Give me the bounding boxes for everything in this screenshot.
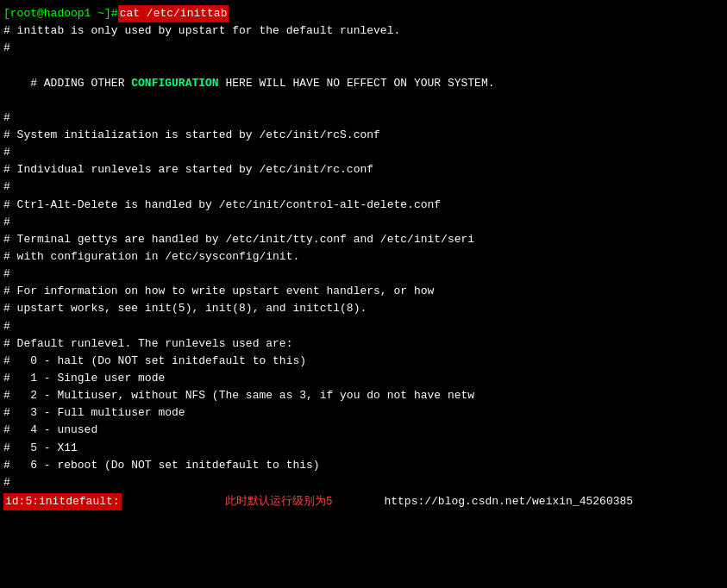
line-9: # Ctrl-Alt-Delete is handled by /etc/ini… <box>0 197 727 214</box>
line-13: # <box>0 266 727 283</box>
line-15: # upstart works, see init(5), init(8), a… <box>0 300 727 317</box>
line-16: # <box>0 318 727 335</box>
line-14: # For information on how to write upstar… <box>0 283 727 300</box>
line-3-prefix: # ADDING OTHER <box>30 77 131 90</box>
line-12: # with configuration in /etc/sysconfig/i… <box>0 248 727 266</box>
line-17: # Default runlevel. The runlevels used a… <box>0 335 727 353</box>
bottom-bar: id:5:initdefault: 此时默认运行级别为5 https://blo… <box>0 493 727 510</box>
prompt-line: [root@hadoop1 ~]# cat /etc/inittab <box>0 5 727 22</box>
line-22: # 4 - unused <box>0 422 727 439</box>
line-8: # <box>0 178 727 196</box>
terminal-window: [root@hadoop1 ~]# cat /etc/inittab # ini… <box>0 0 727 588</box>
line-3: # ADDING OTHER CONFIGURATION HERE WILL H… <box>0 57 727 109</box>
line-5: # System initialization is started by /e… <box>0 127 727 144</box>
chinese-note: 此时默认运行级别为5 <box>225 493 333 510</box>
line-7: # Individual runlevels are started by /e… <box>0 161 727 178</box>
url-note: https://blog.csdn.net/weixin_45260385 <box>384 493 633 510</box>
line-11: # Terminal gettys are handled by /etc/in… <box>0 231 727 248</box>
line-23: # 5 - X11 <box>0 440 727 457</box>
line-21: # 3 - Full multiuser mode <box>0 404 727 422</box>
config-highlight: CONFIGURATION <box>131 77 218 90</box>
init-label: id:5:initdefault: <box>3 493 122 510</box>
line-25: # <box>0 474 727 491</box>
prompt-command: cat /etc/inittab <box>118 5 229 22</box>
line-1: # inittab is only used by upstart for th… <box>0 22 727 40</box>
line-4: # <box>0 109 727 127</box>
line-18: # 0 - halt (Do NOT set initdefault to th… <box>0 353 727 370</box>
line-2: # <box>0 40 727 57</box>
line-24: # 6 - reboot (Do NOT set initdefault to … <box>0 457 727 474</box>
line-6: # <box>0 144 727 161</box>
line-10: # <box>0 214 727 231</box>
line-19: # 1 - Single user mode <box>0 370 727 387</box>
line-20: # 2 - Multiuser, without NFS (The same a… <box>0 387 727 404</box>
line-3-suffix: HERE WILL HAVE NO EFFECT ON YOUR SYSTEM. <box>219 77 495 90</box>
prompt-user: [root@hadoop1 ~]# <box>3 5 118 22</box>
